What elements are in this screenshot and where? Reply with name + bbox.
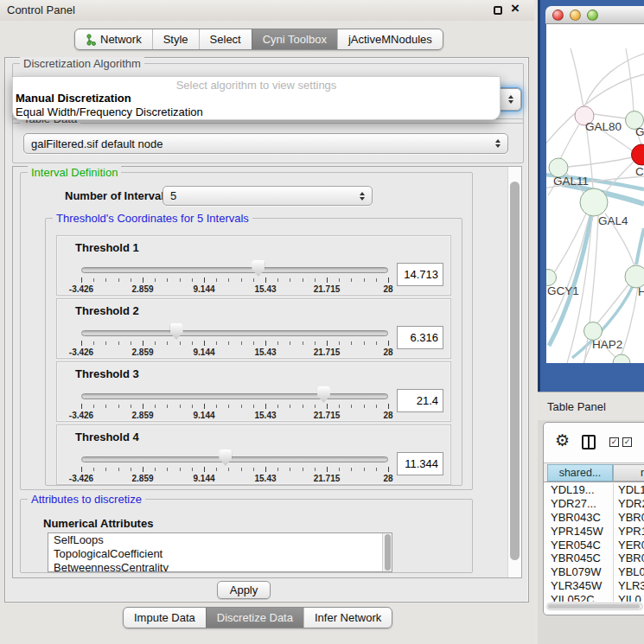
- scrollbar-thumb[interactable]: [510, 182, 520, 560]
- tab-style[interactable]: Style: [152, 29, 199, 49]
- threshold-1-slider[interactable]: -3.4262.8599.14415.4321.71528: [57, 258, 450, 296]
- tick-mark: [327, 467, 328, 472]
- tab-network[interactable]: Network: [75, 29, 152, 49]
- tick-mark: [339, 405, 340, 408]
- minimize-button[interactable]: [570, 10, 581, 21]
- tick-label: 15.43: [254, 411, 276, 420]
- list-vertical-scrollbar[interactable]: [382, 533, 392, 571]
- node-label-gal4: GAL4: [598, 214, 628, 227]
- table-row[interactable]: YBR045CYBR0: [544, 552, 644, 565]
- table-rows: YDL19...YDL1 YDR27...YDR2 YBR043CYBR0 YP…: [544, 483, 644, 602]
- tick-mark: [131, 341, 131, 345]
- table-row[interactable]: YER054CYER0: [544, 539, 644, 552]
- table-panel-titlebar: Table Panel: [538, 392, 644, 420]
- column-layout-icon[interactable]: [582, 435, 596, 450]
- tick-label: 28: [383, 411, 392, 420]
- tick-mark: [105, 341, 106, 345]
- tick-label: 21.715: [314, 284, 341, 294]
- table-row[interactable]: YLR345WYLR3: [544, 579, 644, 593]
- dropdown-placeholder-item[interactable]: Select algorithm to view settings: [13, 77, 500, 92]
- column-header-shared-name[interactable]: shared...: [547, 464, 613, 481]
- network-canvas[interactable]: GAL80 G C GAL11 GAL4 GCY1 H HAP2: [546, 24, 644, 363]
- node-bottom-partial[interactable]: [613, 354, 630, 363]
- table-row[interactable]: YBR043CYBR0: [544, 511, 644, 525]
- close-icon[interactable]: ×: [511, 0, 520, 17]
- apply-button[interactable]: Apply: [217, 581, 271, 599]
- network-window-titlebar[interactable]: [545, 6, 644, 24]
- column-header-name[interactable]: na: [613, 464, 644, 481]
- algorithm-dropdown-list: Select algorithm to view settings Manual…: [12, 76, 501, 120]
- table-header-row: shared... na: [544, 462, 644, 482]
- tick-mark: [241, 468, 242, 471]
- gear-icon[interactable]: ⚙: [555, 432, 570, 450]
- tick-mark: [216, 341, 217, 345]
- list-item[interactable]: BetweennessCentrality: [48, 561, 392, 572]
- tick-mark: [241, 405, 242, 408]
- tick-mark: [327, 341, 328, 346]
- checkbox-icon[interactable]: ✓: [609, 437, 619, 447]
- slider-thumb[interactable]: [170, 323, 183, 340]
- dropdown-item-equal-width[interactable]: Equal Width/Frequency Discretization: [13, 105, 500, 119]
- tick-mark: [277, 468, 278, 471]
- tick-mark: [93, 405, 94, 408]
- top-tab-bar: Network Style Select Cyni Toolbox jActiv…: [74, 29, 443, 50]
- threshold-1-value[interactable]: 14.713: [397, 263, 443, 286]
- tick-mark: [277, 341, 278, 345]
- table-row[interactable]: YIL052CYIL0: [544, 593, 644, 602]
- slider-thumb[interactable]: [317, 386, 330, 403]
- tick-mark: [265, 277, 266, 283]
- tick-mark: [303, 278, 303, 282]
- vertical-scrollbar[interactable]: [507, 167, 521, 577]
- numerical-attributes-list[interactable]: SelfLoops TopologicalCoefficient Between…: [48, 532, 392, 572]
- threshold-3-value[interactable]: 21.4: [397, 389, 443, 412]
- tab-cyni-toolbox[interactable]: Cyni Toolbox: [252, 29, 337, 49]
- table-row[interactable]: YDL19...YDL1: [544, 483, 644, 497]
- tick-mark: [131, 278, 131, 282]
- float-window-icon[interactable]: [494, 6, 502, 15]
- tab-select[interactable]: Select: [199, 29, 252, 49]
- numerical-attributes-label: Numerical Attributes: [43, 517, 153, 530]
- list-item[interactable]: TopologicalCoefficient: [48, 547, 392, 561]
- scrollbar-thumb[interactable]: [385, 534, 391, 571]
- table-row[interactable]: YBL079WYBL0: [544, 565, 644, 579]
- tick-mark: [315, 341, 316, 345]
- tick-mark: [192, 405, 193, 408]
- scrollbar-thumb[interactable]: [548, 604, 640, 609]
- tab-jactivemnodules[interactable]: jActiveMNodules: [337, 29, 443, 49]
- node-label-partial-c: C: [635, 165, 644, 178]
- table-row[interactable]: YPR145WYPR1: [544, 525, 644, 539]
- table-row[interactable]: YDR27...YDR2: [544, 497, 644, 511]
- slider-thumb[interactable]: [252, 260, 265, 277]
- tick-mark: [241, 278, 242, 282]
- slider-thumb[interactable]: [219, 450, 232, 466]
- tab-impute-data[interactable]: Impute Data: [124, 608, 206, 628]
- dropdown-item-manual[interactable]: Manual Discretization: [13, 92, 500, 105]
- threshold-3-slider[interactable]: -3.4262.8599.14415.4321.71528: [57, 385, 450, 423]
- tick-mark: [81, 277, 82, 283]
- node-gal4[interactable]: [580, 188, 608, 216]
- tab-discretize-data[interactable]: Discretize Data: [206, 608, 303, 628]
- slider-track[interactable]: [81, 456, 388, 462]
- tick-label: 15.43: [254, 284, 276, 294]
- tick-mark: [216, 405, 217, 408]
- threshold-2-value[interactable]: 6.316: [397, 326, 443, 349]
- list-item[interactable]: SelfLoops: [48, 533, 392, 547]
- slider-track[interactable]: [81, 330, 388, 336]
- tick-label: 9.144: [193, 474, 214, 483]
- num-intervals-select[interactable]: 5: [163, 186, 373, 206]
- horizontal-scrollbar[interactable]: [546, 603, 643, 610]
- slider-track[interactable]: [81, 267, 388, 273]
- checkbox-icon[interactable]: ✓: [622, 437, 632, 447]
- slider-track[interactable]: [81, 393, 388, 399]
- threshold-2-slider[interactable]: -3.4262.8599.14415.4321.71528: [57, 322, 450, 360]
- threshold-4-value[interactable]: 11.344: [397, 452, 443, 475]
- tick-label: 28: [383, 348, 392, 357]
- tick-mark: [364, 405, 365, 408]
- zoom-button[interactable]: [587, 10, 598, 21]
- close-button[interactable]: [552, 10, 564, 21]
- tab-infer-network[interactable]: Infer Network: [303, 608, 392, 628]
- threshold-4-slider[interactable]: -3.4262.8599.14415.4321.71528: [57, 448, 450, 486]
- node-label-gcy1: GCY1: [547, 284, 579, 297]
- tick-mark: [339, 341, 340, 345]
- table-data-select[interactable]: galFiltered.sif default node: [23, 133, 508, 154]
